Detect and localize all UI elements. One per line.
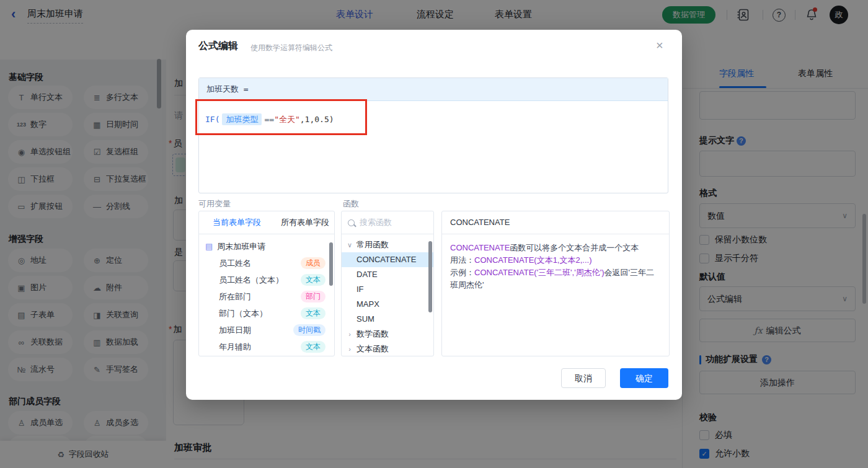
variable-label: 员工姓名 bbox=[219, 258, 251, 269]
variables-scrollbar-thumb[interactable] bbox=[329, 242, 333, 286]
code-text: CONCATENATE('三年二班','周杰伦') bbox=[474, 268, 604, 277]
variable-row[interactable]: 年月辅助文本 bbox=[199, 338, 334, 355]
plain-text: 示例： bbox=[450, 268, 474, 277]
function-group-math[interactable]: › 数学函数 bbox=[342, 327, 433, 342]
variable-label: 年月辅助 bbox=[219, 342, 251, 353]
type-tag: 成员 bbox=[301, 257, 326, 269]
function-item-date[interactable]: DATE bbox=[342, 267, 433, 282]
function-item-if[interactable]: IF bbox=[342, 282, 433, 297]
function-name-header: CONCATENATE bbox=[442, 211, 669, 234]
type-tag: 文本 bbox=[301, 341, 326, 353]
group-label: 数学函数 bbox=[356, 329, 389, 340]
formula-edit-dialog: 公式编辑 使用数学运算符编辑公式 × 加班天数 = IF(加班类型=="全天",… bbox=[186, 30, 682, 400]
example-line: 示例：CONCATENATE('三年二班','周杰伦')会返回'三年二班周杰伦' bbox=[450, 267, 661, 291]
plain-text: 用法： bbox=[450, 255, 474, 265]
type-tag: 文本 bbox=[301, 274, 326, 286]
type-tag: 部门 bbox=[301, 291, 326, 302]
function-group-text[interactable]: › 文本函数 bbox=[342, 342, 433, 356]
plain-text: 函数可以将多个文本合并成一个文本 bbox=[510, 243, 639, 252]
function-item-mapx[interactable]: MAPX bbox=[342, 297, 433, 312]
variable-label: 员工姓名（文本） bbox=[219, 275, 283, 286]
form-tree-root[interactable]: ▤ 周末加班申请 bbox=[199, 238, 334, 255]
function-description-panel: CONCATENATE CONCATENATE函数可以将多个文本合并成一个文本 … bbox=[441, 211, 670, 356]
variable-row[interactable]: 员工姓名成员 bbox=[199, 255, 334, 272]
variables-tabs: 当前表单字段 所有表单字段 bbox=[199, 211, 334, 234]
chevron-down-icon: ∨ bbox=[347, 241, 353, 249]
function-description: CONCATENATE函数可以将多个文本合并成一个文本 用法：CONCATENA… bbox=[442, 234, 669, 299]
code-text: CONCATENATE bbox=[450, 243, 510, 252]
type-tag: 文本 bbox=[301, 307, 326, 319]
formula-target: 加班天数 = bbox=[199, 78, 668, 101]
variables-panel: 当前表单字段 所有表单字段 ▤ 周末加班申请 员工姓名成员 员工姓名（文本）文本… bbox=[198, 211, 335, 356]
dialog-subtitle: 使用数学运算符编辑公式 bbox=[250, 43, 332, 53]
confirm-button[interactable]: 确定 bbox=[620, 368, 668, 388]
variable-row[interactable]: 员工姓名（文本）文本 bbox=[199, 272, 334, 288]
form-root-label: 周末加班申请 bbox=[217, 241, 265, 252]
variable-label: 部门（文本） bbox=[219, 308, 267, 319]
variable-row[interactable]: 所在部门部门 bbox=[199, 288, 334, 305]
tab-all-form-fields[interactable]: 所有表单字段 bbox=[281, 217, 329, 228]
cancel-button[interactable]: 取消 bbox=[561, 368, 606, 388]
group-label: 文本函数 bbox=[356, 343, 389, 355]
usage-line: 用法：CONCATENATE(文本1,文本2,...) bbox=[450, 254, 661, 267]
variable-row[interactable]: 加班日期时间戳 bbox=[199, 322, 334, 338]
variable-row[interactable]: 部门（文本）文本 bbox=[199, 305, 334, 322]
variable-label: 所在部门 bbox=[219, 291, 251, 302]
functions-scrollbar-thumb[interactable] bbox=[428, 241, 432, 312]
search-icon bbox=[348, 219, 355, 226]
variable-label: 加班日期 bbox=[219, 325, 251, 336]
chevron-right-icon: › bbox=[347, 345, 353, 353]
dialog-title: 公式编辑 bbox=[198, 40, 238, 53]
function-group-common[interactable]: ∨ 常用函数 bbox=[342, 237, 433, 252]
group-label: 常用函数 bbox=[356, 239, 389, 250]
functions-panel: 搜索函数 ∨ 常用函数 CONCATENATE DATE IF MAPX SUM… bbox=[341, 211, 434, 356]
app-window: ‹ 周末加班申请 表单设计 流程设定 表单设置 数据管理 ? 政 ⊘ bbox=[0, 0, 868, 468]
functions-label: 函数 bbox=[343, 198, 359, 210]
formula-editor[interactable]: 加班天数 = IF(加班类型=="全天",1,0.5) bbox=[198, 77, 668, 193]
description-line: CONCATENATE函数可以将多个文本合并成一个文本 bbox=[450, 242, 661, 254]
function-search-input[interactable]: 搜索函数 bbox=[342, 211, 433, 234]
variables-label: 可用变量 bbox=[198, 198, 231, 210]
type-tag: 时间戳 bbox=[293, 324, 326, 336]
chevron-right-icon: › bbox=[347, 330, 353, 338]
close-icon[interactable]: × bbox=[656, 38, 663, 53]
function-item-concatenate[interactable]: CONCATENATE bbox=[342, 252, 433, 267]
search-placeholder: 搜索函数 bbox=[360, 217, 392, 228]
function-item-sum[interactable]: SUM bbox=[342, 312, 433, 327]
form-doc-icon: ▤ bbox=[205, 242, 213, 251]
annotation-highlight-box bbox=[195, 99, 367, 135]
tab-current-form-fields[interactable]: 当前表单字段 bbox=[213, 217, 261, 228]
code-text: CONCATENATE(文本1,文本2,...) bbox=[474, 255, 591, 265]
